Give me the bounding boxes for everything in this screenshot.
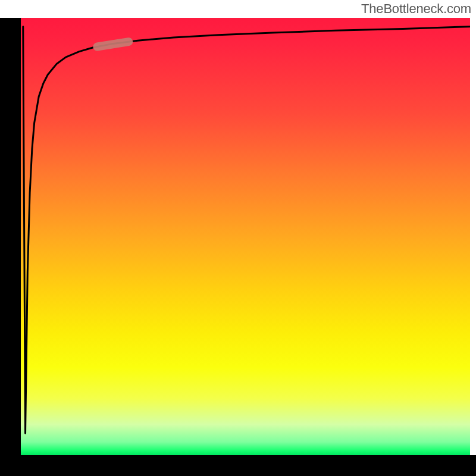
plot-area [21, 18, 470, 455]
x-axis [0, 455, 476, 476]
bottleneck-curve [23, 27, 470, 434]
chart-canvas: TheBottleneck.com [0, 0, 476, 476]
curve-layer [21, 18, 470, 455]
highlight-segment [97, 42, 129, 46]
chart-frame [0, 0, 476, 476]
y-axis [0, 18, 21, 455]
